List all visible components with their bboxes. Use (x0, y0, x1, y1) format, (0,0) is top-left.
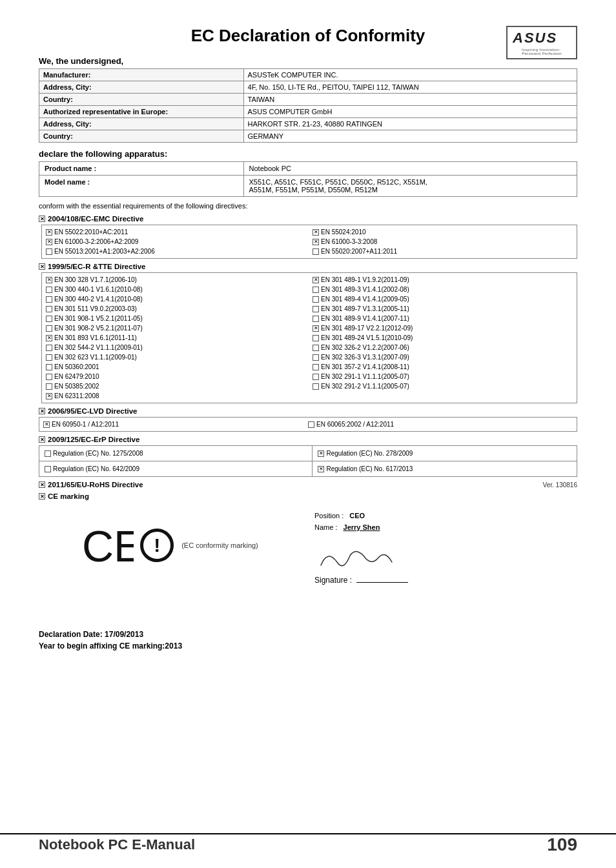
checkbox-item: EN 301 908-2 V5.2.1(2011-07) (46, 323, 306, 333)
checkbox-label: EN 301 489-17 V2.2.1(2012-09) (321, 323, 413, 333)
checkbox-icon (318, 466, 324, 472)
footer-title: Notebook PC E-Manual (39, 836, 195, 853)
rtte-directive-section: 1999/5/EC-R &TTE Directive EN 300 328 V1… (39, 263, 577, 403)
checkbox-icon (313, 345, 319, 351)
checkbox-label: Regulation (EC) No. 617/2013 (326, 464, 413, 474)
erp-directive-section: 2009/125/EC-ErP Directive Regulation (EC… (39, 436, 577, 477)
ce-symbols-area: CE ! (EC conformity marking) (39, 505, 302, 585)
checkbox-label: EN 302 326-3 V1.3.1(2007-09) (321, 352, 409, 362)
rohs-checkbox (39, 481, 45, 488)
table-cell-label: Manufacturer: (39, 69, 244, 81)
checkbox-item: EN 301 489-1 V1.9.2(2011-09) (313, 275, 573, 285)
checkbox-item: EN 302 291-1 V1.1.1(2005-07) (313, 372, 573, 381)
table-row: Regulation (EC) No. 1275/2008 Regulation… (39, 446, 577, 461)
table-row: Country: GERMANY (39, 130, 577, 143)
table-row: Country: TAIWAN (39, 94, 577, 106)
product-table: Product name : Notebook PC Model name : … (39, 161, 577, 197)
checkbox-item: EN 55020:2007+A11:2011 (313, 247, 573, 256)
table-row: Address, City: HARKORT STR. 21-23, 40880… (39, 118, 577, 130)
table-cell-value: ASUS COMPUTER GmbH (243, 106, 577, 118)
checkbox-item: EN 60950-1 / A12:2011 (43, 419, 308, 429)
checkbox-item: Regulation (EC) No. 642/2009 (45, 464, 307, 474)
name-label: Name : (314, 523, 337, 531)
checkbox-label: EN 302 291-1 V1.1.1(2005-07) (321, 372, 409, 381)
checkbox-icon (313, 296, 319, 303)
page: EC Declaration of Conformity ASUS Inspir… (0, 0, 616, 868)
checkbox-icon (46, 277, 52, 283)
checkbox-item: EN 301 489-24 V1.5.1(2010-09) (313, 333, 573, 343)
checkbox-item: Regulation (EC) No. 617/2013 (318, 464, 571, 474)
checkbox-item: EN 301 489-9 V1.4.1(2007-11) (313, 314, 573, 323)
checkbox-label: Regulation (EC) No. 278/2009 (326, 449, 413, 458)
checkbox-label: EN 301 908-1 V5.2.1(2011-05) (54, 314, 143, 323)
asus-tagline: Inspiring Innovation · Persistent Perfec… (513, 48, 571, 56)
rtte-title-text: 1999/5/EC-R &TTE Directive (48, 263, 145, 270)
product-name-value: Notebook PC (243, 162, 577, 176)
checkbox-icon (313, 287, 319, 293)
checkbox-icon (313, 383, 319, 390)
checkbox-label: EN 302 326-2 V1.2.2(2007-06) (321, 343, 409, 352)
checkbox-label: EN 62311:2008 (54, 391, 99, 401)
emc-checkbox-grid: EN 55022:2010+AC:2011 EN 61000-3-2:2006+… (41, 225, 577, 259)
name-value: Jerry Shen (344, 523, 380, 531)
conform-text: conform with the essential requirements … (39, 202, 577, 210)
checkbox-item: EN 301 511 V9.0.2(2003-03) (46, 304, 306, 314)
checkbox-label: EN 301 893 V1.6.1(2011-11) (54, 333, 137, 343)
checkbox-icon (313, 354, 319, 361)
checkbox-item: EN 62311:2008 (46, 391, 306, 401)
table-cell-label: Address, City: (39, 81, 244, 94)
checkbox-label: EN 301 489-9 V1.4.1(2007-11) (321, 314, 409, 323)
checkbox-item: Regulation (EC) No. 278/2009 (318, 449, 571, 458)
table-cell-value: TAIWAN (243, 94, 577, 106)
lvd-title-text: 2006/95/EC-LVD Directive (48, 407, 138, 415)
checkbox-icon (46, 306, 52, 312)
rtte-checkbox-grid: EN 300 328 V1.7.1(2006-10) EN 300 440-1 … (41, 272, 577, 403)
version-note: Ver. 130816 (543, 481, 577, 489)
checkbox-label: Regulation (EC) No. 642/2009 (53, 464, 139, 474)
checkbox-label: EN 301 489-24 V1.5.1(2010-09) (321, 333, 413, 343)
table-row: Authorized representative in Europe: ASU… (39, 106, 577, 118)
position-label: Position : (314, 512, 344, 520)
signature-underline (356, 582, 408, 583)
checkbox-icon (313, 277, 319, 283)
checkbox-item: EN 50385:2002 (46, 381, 306, 391)
signature-block: Position : CEO Name : Jerry Shen Signatu… (302, 505, 577, 585)
declare-heading: declare the following apparatus: (39, 149, 577, 159)
info-table: Manufacturer: ASUSTeK COMPUTER INC. Addr… (39, 68, 577, 143)
checkbox-icon (46, 239, 52, 245)
product-name-label: Product name : (39, 162, 244, 176)
erp-title-text: 2009/125/EC-ErP Directive (48, 436, 139, 443)
checkbox-icon (46, 287, 52, 293)
emc-directive-section: 2004/108/EC-EMC Directive EN 55022:2010+… (39, 215, 577, 259)
checkbox-label: EN 302 623 V1.1.1(2009-01) (54, 352, 137, 362)
lvd-checkbox (39, 408, 45, 414)
checkbox-label: EN 301 489-4 V1.4.1(2009-05) (321, 294, 409, 304)
checkbox-label: EN 301 511 V9.0.2(2003-03) (54, 304, 137, 314)
svg-text:CE: CE (82, 524, 134, 566)
checkbox-icon (46, 345, 52, 351)
table-cell: Regulation (EC) No. 1275/2008 (39, 446, 313, 461)
checkbox-label: EN 301 908-2 V5.2.1(2011-07) (54, 323, 143, 333)
checkbox-icon (43, 421, 50, 428)
footer-page: 109 (547, 834, 577, 855)
table-cell-label: Authorized representative in Europe: (39, 106, 244, 118)
table-cell: Regulation (EC) No. 617/2013 (313, 461, 577, 477)
checkbox-icon (313, 364, 319, 370)
table-row: Model name : X551C, A551C, F551C, P551C,… (39, 176, 577, 197)
checkbox-item: EN 60065:2002 / A12:2011 (308, 419, 573, 429)
checkbox-icon (46, 364, 52, 370)
checkbox-label: EN 55024:2010 (321, 227, 366, 237)
rohs-directive-title: 2011/65/EU-RoHS Directive (39, 481, 143, 489)
signature-image (314, 543, 577, 573)
emc-title-text: 2004/108/EC-EMC Directive (48, 215, 143, 223)
model-name-value: X551C, A551C, F551C, P551C, D550C, R512C… (243, 176, 577, 197)
checkbox-item: EN 301 893 V1.6.1(2011-11) (46, 333, 306, 343)
checkbox-label: EN 62479:2010 (54, 372, 99, 381)
signature-svg (314, 543, 398, 572)
checkbox-icon (46, 296, 52, 303)
checkbox-item: EN 55013:2001+A1:2003+A2:2006 (46, 247, 306, 256)
checkbox-item: EN 302 326-2 V1.2.2(2007-06) (313, 343, 573, 352)
year-affixing: Year to begin affixing CE marking:2013 (39, 641, 182, 651)
checkbox-item: EN 301 489-3 V1.4.1(2002-08) (313, 285, 573, 294)
checkbox-icon (45, 450, 51, 457)
